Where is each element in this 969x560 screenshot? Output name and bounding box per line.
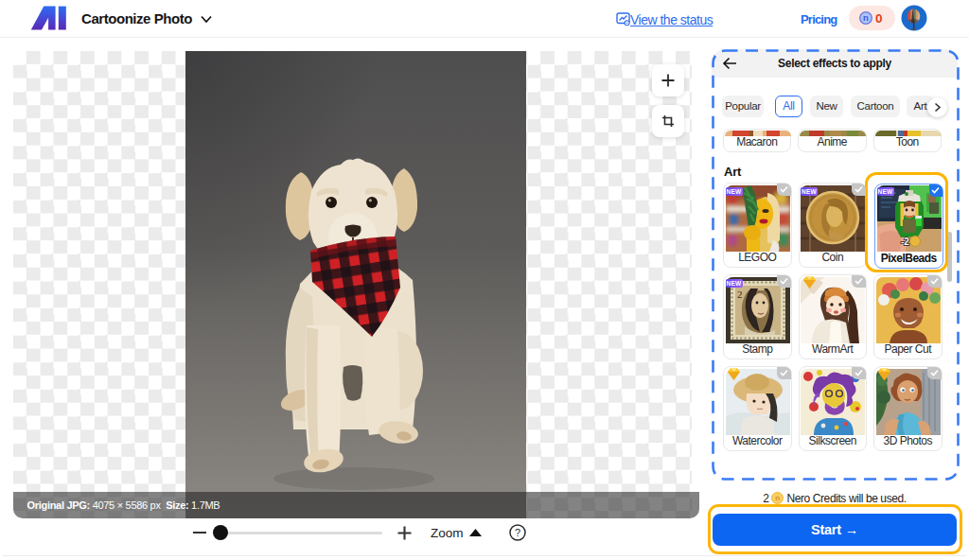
svg-text:?: ? — [515, 527, 520, 538]
svg-text:2: 2 — [737, 289, 743, 300]
svg-text:n: n — [863, 12, 869, 23]
svg-text:n: n — [776, 494, 781, 502]
svg-text:-2: -2 — [901, 236, 909, 247]
